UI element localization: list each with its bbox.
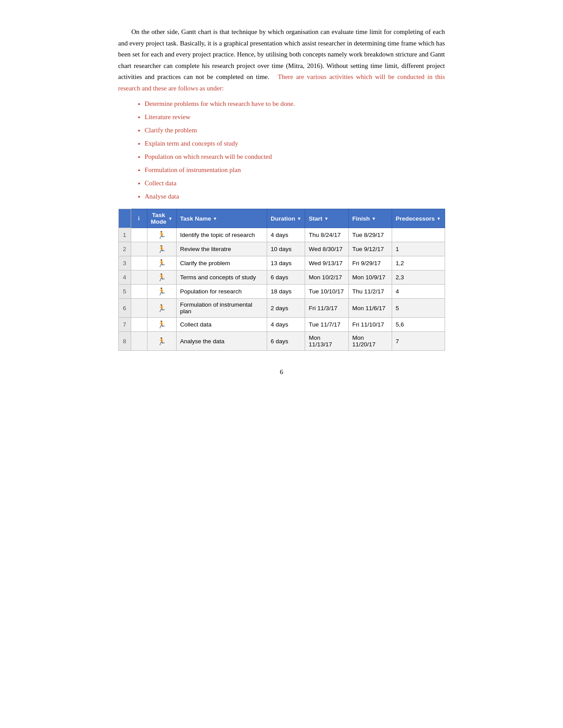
col-finish-arrow: ▼	[371, 216, 376, 221]
cell-task-mode: 🏃	[147, 318, 176, 332]
bullet-item-7: Collect data	[145, 178, 445, 188]
cell-finish: Mon 10/9/17	[348, 270, 392, 285]
table-row: 8🏃Analyse the data6 daysMon 11/13/17Mon …	[118, 332, 445, 351]
bullet-item-6: Formulation of instrumentation plan	[145, 165, 445, 175]
col-header-task-name[interactable]: Task Name ▼	[176, 209, 267, 228]
cell-predecessors: 1,2	[392, 256, 445, 270]
col-start-label: Start	[309, 215, 322, 222]
cell-info	[131, 299, 147, 318]
cell-finish: Fri 11/10/17	[348, 318, 392, 332]
cell-task-mode: 🏃	[147, 285, 176, 299]
cell-duration: 4 days	[267, 228, 305, 242]
col-duration-label: Duration	[271, 215, 295, 222]
cell-predecessors: 5,6	[392, 318, 445, 332]
cell-finish: Tue 9/12/17	[348, 242, 392, 256]
col-task-mode-label: TaskMode	[151, 212, 166, 225]
col-header-rownum	[118, 209, 131, 228]
col-predecessors-label: Predecessors	[396, 215, 435, 222]
cell-start: Thu 8/24/17	[305, 228, 348, 242]
cell-predecessors: 7	[392, 332, 445, 351]
col-header-info[interactable]: i	[131, 209, 147, 228]
cell-task-mode: 🏃	[147, 299, 176, 318]
bullet-item-2: Literature review	[145, 112, 445, 122]
table-row: 3🏃Clarify the problem13 daysWed 9/13/17F…	[118, 256, 445, 270]
cell-task-mode: 🏃	[147, 270, 176, 285]
info-icon: i	[135, 214, 144, 223]
table-row: 1🏃Identify the topic of research4 daysTh…	[118, 228, 445, 242]
cell-finish: Mon 11/20/17	[348, 332, 392, 351]
col-finish-label: Finish	[352, 215, 370, 222]
paragraph-text1: On the other side, Gantt chart is that t…	[118, 28, 445, 80]
cell-start: Wed 9/13/17	[305, 256, 348, 270]
cell-info	[131, 332, 147, 351]
main-paragraph: On the other side, Gantt chart is that t…	[118, 26, 445, 94]
cell-task-name: Clarify the problem	[176, 256, 267, 270]
cell-row-num: 5	[118, 285, 131, 299]
cell-duration: 4 days	[267, 318, 305, 332]
cell-info	[131, 256, 147, 270]
cell-duration: 10 days	[267, 242, 305, 256]
cell-predecessors: 1	[392, 242, 445, 256]
cell-duration: 13 days	[267, 256, 305, 270]
cell-finish: Fri 9/29/17	[348, 256, 392, 270]
page: On the other side, Gantt chart is that t…	[83, 0, 480, 728]
cell-info	[131, 318, 147, 332]
cell-task-name: Identify the topic of research	[176, 228, 267, 242]
cell-info	[131, 228, 147, 242]
cell-row-num: 6	[118, 299, 131, 318]
table-row: 5🏃Population for research18 daysTue 10/1…	[118, 285, 445, 299]
page-number: 6	[118, 368, 445, 376]
cell-finish: Thu 11/2/17	[348, 285, 392, 299]
cell-start: Wed 8/30/17	[305, 242, 348, 256]
col-header-predecessors[interactable]: Predecessors ▼	[392, 209, 445, 228]
cell-duration: 6 days	[267, 332, 305, 351]
task-mode-icon: 🏃	[157, 287, 166, 296]
task-mode-icon: 🏃	[157, 231, 166, 239]
cell-start: Mon 11/13/17	[305, 332, 348, 351]
col-header-finish[interactable]: Finish ▼	[348, 209, 392, 228]
gantt-table-wrapper: i TaskMode ▼ Task Name ▼	[118, 209, 445, 351]
cell-finish: Tue 8/29/17	[348, 228, 392, 242]
cell-info	[131, 270, 147, 285]
cell-task-name: Analyse the data	[176, 332, 267, 351]
cell-start: Tue 11/7/17	[305, 318, 348, 332]
cell-task-name: Formulation of instrumental plan	[176, 299, 267, 318]
task-mode-icon: 🏃	[157, 245, 166, 253]
bullet-list: Determine problems for which research ha…	[145, 98, 445, 202]
task-mode-icon: 🏃	[157, 337, 166, 345]
cell-task-mode: 🏃	[147, 332, 176, 351]
cell-task-mode: 🏃	[147, 256, 176, 270]
cell-row-num: 4	[118, 270, 131, 285]
cell-duration: 18 days	[267, 285, 305, 299]
cell-predecessors	[392, 228, 445, 242]
cell-finish: Mon 11/6/17	[348, 299, 392, 318]
cell-task-name: Collect data	[176, 318, 267, 332]
table-header-row: i TaskMode ▼ Task Name ▼	[118, 209, 445, 228]
bullet-item-5: Population on which research will be con…	[145, 151, 445, 162]
cell-duration: 2 days	[267, 299, 305, 318]
cell-row-num: 2	[118, 242, 131, 256]
bullet-item-8: Analyse data	[145, 191, 445, 202]
bullet-item-3: Clarify the problem	[145, 125, 445, 135]
table-row: 7🏃Collect data4 daysTue 11/7/17Fri 11/10…	[118, 318, 445, 332]
cell-predecessors: 2,3	[392, 270, 445, 285]
cell-info	[131, 285, 147, 299]
task-mode-icon: 🏃	[157, 320, 166, 329]
cell-task-name: Review the literatre	[176, 242, 267, 256]
col-header-start[interactable]: Start ▼	[305, 209, 348, 228]
bullet-item-1: Determine problems for which research ha…	[145, 98, 445, 109]
task-mode-icon: 🏃	[157, 304, 166, 312]
cell-start: Fri 11/3/17	[305, 299, 348, 318]
gantt-table: i TaskMode ▼ Task Name ▼	[118, 209, 445, 351]
col-header-task-mode[interactable]: TaskMode ▼	[147, 209, 176, 228]
cell-predecessors: 5	[392, 299, 445, 318]
cell-row-num: 7	[118, 318, 131, 332]
col-predecessors-arrow: ▼	[437, 216, 441, 221]
cell-row-num: 8	[118, 332, 131, 351]
bullet-item-4: Explain term and concepts of study	[145, 138, 445, 149]
col-header-duration[interactable]: Duration ▼	[267, 209, 305, 228]
cell-predecessors: 4	[392, 285, 445, 299]
col-task-mode-arrow: ▼	[168, 216, 173, 221]
table-body: 1🏃Identify the topic of research4 daysTh…	[118, 228, 445, 351]
cell-row-num: 3	[118, 256, 131, 270]
